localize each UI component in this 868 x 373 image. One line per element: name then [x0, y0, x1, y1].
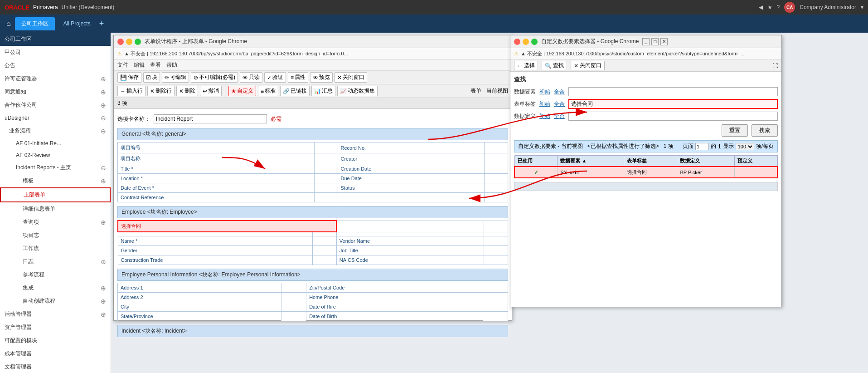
home-icon[interactable]: ⌂ — [5, 18, 13, 29]
field-value-hire-date[interactable] — [483, 302, 508, 312]
sidebar-item-auto-create[interactable]: 自动创建流程 ⊕ — [0, 294, 111, 308]
readonly-btn[interactable]: 👁 只读 — [240, 72, 262, 83]
sidebar-item-udesigner[interactable]: uDesigner ⊖ — [0, 112, 111, 124]
field-label-zip[interactable]: Zip/Postal Code — [306, 283, 483, 293]
sidebar-item-detail-form[interactable]: 详细信息表单 — [0, 202, 111, 216]
sidebar-item-activity-mgr[interactable]: 活动管理器 ⊕ — [0, 308, 111, 321]
insert-row-btn[interactable]: → 插入行 — [117, 86, 145, 96]
menu-help[interactable]: 帮助 — [166, 61, 177, 69]
save-btn[interactable]: 💾 保存 — [117, 72, 141, 83]
field-value-due-date[interactable] — [484, 174, 508, 183]
sidebar-item-cost-mgr[interactable]: 成本管理器 — [0, 347, 111, 360]
tab-company-workspace[interactable]: 公司工作区 — [15, 17, 55, 30]
sidebar-plus-icon[interactable]: ⊕ — [101, 177, 106, 185]
general-section-header[interactable]: General <块名称: general> — [117, 128, 508, 140]
field-label-location[interactable]: Location * — [118, 174, 315, 183]
sidebar-item-consent[interactable]: 同意通知 ⊕ — [0, 85, 111, 98]
field-label-contract-ref[interactable]: Contract Reference — [118, 193, 315, 202]
form-name-input[interactable] — [154, 114, 267, 123]
link-init-3[interactable]: 初始 — [539, 113, 550, 120]
field-value-project-no[interactable] — [314, 142, 338, 153]
sidebar-item-workitem[interactable]: 工作流 — [0, 242, 111, 255]
field-value-empty3[interactable] — [484, 221, 508, 232]
summary-btn[interactable]: 📊 汇总 — [311, 86, 335, 96]
sidebar-item-doc-mgr[interactable]: 文档管理器 — [0, 360, 111, 373]
input-data-element[interactable] — [568, 87, 778, 96]
max-btn[interactable] — [135, 39, 141, 45]
per-page-select[interactable]: 100 — [736, 143, 754, 150]
field-label-due-date[interactable]: Due Date — [338, 174, 484, 183]
field-label-hire-date[interactable]: Date of Hire — [306, 302, 483, 312]
field-label-gender[interactable]: Gender — [118, 246, 313, 255]
picker-close-window-btn[interactable]: ✕ 关闭窗口 — [571, 61, 605, 70]
add-tab-icon[interactable]: + — [99, 19, 104, 29]
undo-btn[interactable]: ↩ 撤消 — [200, 86, 222, 96]
standard-btn[interactable]: ≡ 标准 — [258, 86, 278, 96]
dynamic-dataset-btn[interactable]: 📈 动态数据集 — [337, 86, 378, 96]
picker-max-btn[interactable] — [531, 39, 538, 45]
field-label-status[interactable]: Status — [338, 183, 484, 193]
picker-minimize-icon[interactable]: _ — [642, 38, 650, 45]
field-value-project-name[interactable] — [314, 153, 338, 164]
link-init-2[interactable]: 初始 — [539, 100, 550, 108]
sidebar-item-jiajia[interactable]: 甲公司 — [0, 46, 111, 59]
picker-close-icon[interactable]: ✕ — [660, 38, 668, 45]
field-value-extra4[interactable] — [484, 232, 508, 236]
top-icon-back[interactable]: ◀ — [759, 4, 763, 10]
sidebar-plus-icon[interactable]: ⊕ — [101, 102, 106, 109]
sidebar-item-config-module[interactable]: 可配置的模块 — [0, 334, 111, 347]
sidebar-item-license[interactable]: 许可证管理器 ⊕ — [0, 72, 111, 85]
menu-file[interactable]: 文件 — [117, 61, 128, 69]
close-btn[interactable] — [117, 39, 124, 45]
link-full-2[interactable]: 全合 — [554, 100, 565, 108]
fullscreen-icon[interactable]: ⛶ — [772, 63, 778, 69]
page-input[interactable] — [695, 143, 709, 150]
field-value-zip[interactable] — [483, 283, 508, 293]
field-value-contract-ref[interactable] — [314, 193, 338, 202]
field-value-record-no[interactable] — [484, 142, 508, 153]
field-value-select-contract[interactable]: 选择合同 — [118, 221, 336, 232]
field-value-state[interactable] — [281, 312, 306, 321]
sidebar-plus-icon[interactable]: ⊕ — [101, 88, 106, 96]
field-label-title[interactable]: Title * — [118, 164, 315, 174]
field-label-creation-date[interactable]: Creation Date — [338, 164, 484, 174]
sidebar-plus-icon[interactable]: ⊕ — [101, 258, 106, 265]
field-value-address1[interactable] — [281, 283, 306, 293]
field-value-job-title[interactable] — [484, 246, 508, 255]
field-label-name[interactable]: Name * — [118, 236, 313, 246]
link-full-1[interactable]: 全合 — [554, 88, 565, 96]
sidebar-plus-icon[interactable]: ⊕ — [101, 219, 106, 226]
sidebar-item-partner[interactable]: 合作伙伴公司 ⊕ — [0, 98, 111, 112]
reset-btn[interactable]: 重置 — [722, 124, 748, 137]
min-btn[interactable] — [126, 39, 132, 45]
field-value-title[interactable] — [314, 164, 338, 174]
field-value-creator[interactable] — [484, 153, 508, 164]
attr-btn[interactable]: ≡ 属性 — [288, 72, 308, 83]
sidebar-item-upper-form[interactable]: 上部表单 — [0, 187, 111, 202]
sidebar-item-ref-process[interactable]: 参考流程 — [0, 268, 111, 281]
field-value-extra1[interactable] — [118, 232, 313, 236]
sidebar-item-template[interactable]: 模板 ⊕ — [0, 174, 111, 187]
field-value-date-of-event[interactable] — [314, 183, 338, 193]
personal-info-section-header[interactable]: Employee Personal Information <块名称: Empl… — [117, 269, 508, 281]
sidebar-item-query[interactable]: 查询项 ⊕ — [0, 216, 111, 229]
menu-view[interactable]: 查看 — [150, 61, 161, 69]
sidebar-minus-icon[interactable]: ⊖ — [101, 114, 106, 122]
field-value-vendor-name[interactable] — [484, 236, 508, 246]
picker-maximize-icon[interactable]: □ — [651, 38, 659, 45]
editable-btn[interactable]: ✏ 可编辑 — [162, 72, 189, 83]
field-label-state[interactable]: State/Province — [118, 312, 281, 321]
field-value-status[interactable] — [484, 183, 508, 193]
field-value-construction-trade[interactable] — [313, 255, 337, 265]
link-full-3[interactable]: 全合 — [554, 113, 565, 120]
linked-btn[interactable]: 🔗 已链接 — [280, 86, 310, 96]
field-value-extra3[interactable] — [336, 232, 484, 236]
employee-section-header[interactable]: Employee <块名称: Employee> — [117, 206, 508, 218]
menu-edit[interactable]: 编辑 — [134, 61, 145, 69]
field-value-gender[interactable] — [313, 246, 337, 255]
sidebar-item-incident-reports[interactable]: Incident Reports - 主页 ⊖ — [0, 161, 111, 174]
sidebar-minus-icon[interactable]: ⊖ — [101, 164, 106, 172]
field-value-name[interactable] — [313, 236, 337, 246]
custom-btn[interactable]: ★ 自定义 — [228, 86, 256, 96]
picker-find-btn[interactable]: 🔍 查找 — [542, 61, 567, 70]
